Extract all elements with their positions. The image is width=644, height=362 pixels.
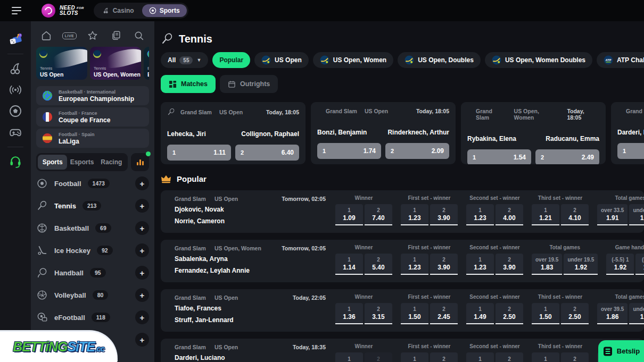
odds-cell[interactable]: 11.23 [466,254,494,275]
odds-cell[interactable]: 22.45 [430,303,458,324]
sidebar-item-football[interactable]: Football1473+ [36,172,149,195]
odds-cell[interactable]: 11.09 [335,204,363,225]
home-icon[interactable] [40,30,52,41]
odds-cell[interactable]: over 19.51.83 [532,254,562,275]
filter-chip-atp-challenger-como-italy[interactable]: ATP ATP Challenger Como, Italy [597,52,644,68]
odds-cell[interactable]: under 33.51.91 [629,204,644,225]
tab-casino[interactable]: Casino [95,4,141,17]
tab-sports[interactable]: Sports [142,4,187,17]
filter-chip-us-open-doubles[interactable]: US Open, Doubles [398,52,481,68]
featured-event[interactable]: Football · SpainLaLiga [36,129,149,148]
odds-cell[interactable]: 11.21 [532,204,559,225]
odds-button[interactable]: 11.74 [317,143,381,159]
odds-cell[interactable]: over 39.51.86 [597,303,628,324]
odds-cell[interactable]: 11.50 [401,303,428,324]
tab-sports[interactable]: Sports [38,155,67,170]
expand-plus-button[interactable]: + [135,288,149,302]
expand-plus-button[interactable]: + [135,266,149,280]
search-icon[interactable] [133,30,145,41]
expand-plus-button[interactable]: + [135,199,149,213]
tab-esports[interactable]: Esports [67,155,96,170]
tab-outrights[interactable]: Outrights [220,75,278,93]
odds-cell[interactable]: 11.49 [466,303,494,324]
odds-cell[interactable]: 22.50 [561,303,589,324]
odds-cell[interactable]: 27.40 [365,204,392,225]
odds-cell[interactable]: 1 [532,352,559,362]
odds-cell[interactable]: 22.50 [496,303,523,324]
match-card[interactable]: Grand SlamUS OpenToday, 18:05Lehecka, Ji… [161,102,306,164]
odds-button[interactable]: 11.54 [467,149,531,164]
odds-cell[interactable]: 11.50 [532,303,559,324]
expand-plus-button[interactable]: + [135,176,149,190]
odds-cell[interactable]: 2 [496,352,523,362]
odds-cell[interactable]: 23.90 [496,254,523,275]
odds-button[interactable]: 1 [617,143,644,159]
promo-card[interactable]: BasketballEuropean Championship [144,47,149,80]
filter-chip-us-open-women[interactable]: US Open, Women [313,52,393,68]
odds-cell[interactable]: under 19.51.92 [564,254,598,275]
odds-cell[interactable]: 11.23 [401,254,428,275]
sidebar-item-efootball[interactable]: eFootball118+ [36,306,149,329]
odds-cell[interactable]: 1 [466,352,494,362]
filter-chip-us-open[interactable]: US Open [254,52,309,68]
odds-cell[interactable]: 24.00 [496,204,523,225]
expand-plus-button[interactable]: + [135,221,149,235]
expand-plus-button[interactable]: + [135,243,149,257]
odds-cell[interactable]: 2 [430,352,458,362]
odds-button[interactable]: 26.40 [235,145,299,161]
match-card[interactable]: Grand SlamUS Open, WomenToday, 18:05Ryba… [461,102,606,164]
filter-chip-popular[interactable]: Popular [212,52,250,68]
live-icon[interactable]: LIVE [64,30,76,41]
odds-button[interactable]: 22.09 [385,143,449,159]
odds-value: 7.40 [372,214,384,222]
odds-cell[interactable]: (-5.5) 11.92 [606,254,634,275]
casino-icon[interactable] [8,61,23,76]
favorites-icon[interactable] [87,30,98,41]
odds-cell[interactable]: 1 [335,352,363,362]
odds-cell[interactable]: 11.23 [466,204,494,225]
hamburger-menu-icon[interactable] [12,7,22,14]
sidebar-item-basketball[interactable]: Basketball69+ [36,217,149,239]
odds-cell[interactable]: 23.90 [430,254,458,275]
documents-icon[interactable] [110,30,122,41]
odds-cell[interactable]: 23.15 [365,303,392,324]
sidebar-item-volleyball[interactable]: Volleyball80+ [36,284,149,306]
odds-cell[interactable]: 25.40 [365,254,392,275]
odds-cell[interactable]: 11.36 [335,303,363,324]
odds-cell[interactable]: 24.10 [561,204,589,225]
match-card[interactable]: Grand SlamUS OpenToday, 18:05Bonzi, Benj… [311,102,456,164]
expand-plus-button[interactable]: + [135,333,149,347]
games-hub-icon[interactable] [8,32,23,47]
filter-chip-us-open-women-doubles[interactable]: US Open, Women Doubles [485,52,592,68]
tab-matches[interactable]: Matches [161,75,216,93]
promo-card[interactable]: TennisUS Open [36,47,87,80]
featured-event[interactable]: Football · FranceCoupe de France [36,107,149,127]
odds-cell[interactable]: 2 [365,352,392,362]
odds-cell[interactable]: 2 [561,352,589,362]
sidebar-item-handball[interactable]: Handball95+ [36,262,149,284]
featured-event[interactable]: Basketball · InternationalEuropean Champ… [36,86,149,105]
filter-all-dropdown[interactable]: All 55 ▼ [161,52,208,68]
expand-plus-button[interactable]: + [135,310,149,324]
odds-cell[interactable]: 11.14 [335,254,363,275]
odds-cell[interactable]: under 39.51.91 [629,303,644,324]
football-icon[interactable] [8,104,23,119]
odds-cell[interactable]: (5.5) 21.92 [635,254,644,275]
odds-cell[interactable]: 23.90 [430,204,458,225]
esports-icon[interactable] [8,125,23,140]
odds-cell[interactable]: over 33.51.91 [597,204,628,225]
odds-button[interactable]: 11.11 [167,145,231,161]
live-stream-icon[interactable] [8,82,23,97]
match-card[interactable]: Grand SlamDarderi, Luciano1 [611,102,644,164]
sidebar-item-tennis[interactable]: Tennis213+ [36,195,149,217]
support-icon[interactable] [8,154,23,169]
sidebar-item-ice-hockey[interactable]: Ice Hockey92+ [36,239,149,262]
odds-cell[interactable]: 11.23 [401,204,428,225]
bar-chart-icon[interactable] [131,153,149,171]
brand-logo[interactable]: NEED FOR SLOTS [42,4,84,18]
promo-card[interactable]: TennisUS Open, Women [90,47,141,80]
odds-cell[interactable]: 1 [401,352,428,362]
tab-racing[interactable]: Racing [97,155,126,170]
betslip-button[interactable]: Betslip [598,340,644,362]
odds-button[interactable]: 22.49 [535,149,599,164]
